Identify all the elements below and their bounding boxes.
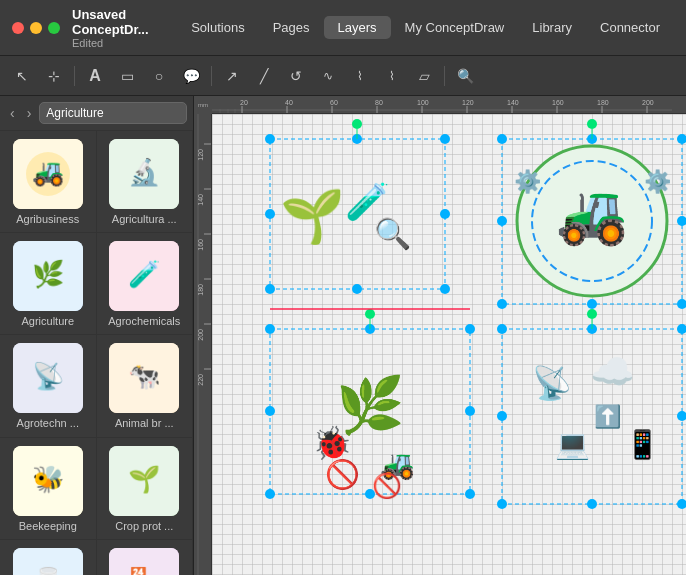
svg-text:80: 80: [375, 99, 383, 106]
transform-tool[interactable]: ⊹: [40, 62, 68, 90]
svg-text:⚙️: ⚙️: [514, 168, 542, 195]
sidebar-header: ‹ › Agriculture Animals Business Educati…: [0, 96, 193, 131]
close-button[interactable]: [12, 22, 24, 34]
svg-rect-46: [194, 114, 212, 575]
svg-text:180: 180: [197, 284, 204, 296]
svg-point-75: [497, 134, 507, 144]
sidebar-item-farmer-market[interactable]: 🏪 Farmer market: [97, 540, 194, 575]
canvas-grid[interactable]: 🌱 🧪 🔍 🚜 ⚙️: [212, 114, 686, 575]
search-tool[interactable]: 🔍: [451, 62, 479, 90]
svg-text:🌱: 🌱: [280, 185, 345, 247]
sidebar-item-beekeeping[interactable]: 🐝 Beekeeping: [0, 438, 97, 540]
animal-breeding-icon: 🐄: [109, 343, 179, 413]
sidebar-item-crop-protection[interactable]: 🌱 Crop prot ...: [97, 438, 194, 540]
sidebar-item-dairy-products[interactable]: 🥛 Dairy products: [0, 540, 97, 575]
svg-text:🌿: 🌿: [32, 258, 65, 290]
nav-layers[interactable]: Layers: [324, 16, 391, 39]
svg-point-61: [265, 134, 275, 144]
sidebar-forward-button[interactable]: ›: [23, 103, 36, 123]
svg-point-79: [587, 134, 597, 144]
nav-library[interactable]: Library: [518, 16, 586, 39]
category-dropdown[interactable]: Agriculture Animals Business Education: [39, 102, 187, 124]
spline-tool[interactable]: ⌇: [378, 62, 406, 90]
svg-text:⚙️: ⚙️: [644, 168, 672, 195]
svg-text:📡: 📡: [32, 360, 65, 392]
canvas-area[interactable]: mm 20 40 60 80 100: [194, 96, 686, 575]
svg-text:180: 180: [597, 99, 609, 106]
ellipse-tool[interactable]: ○: [145, 62, 173, 90]
sidebar-item-agricultural[interactable]: 🔬 Agricultura ...: [97, 131, 194, 233]
sidebar-item-agrochemicals[interactable]: 🧪 Agrochemicals: [97, 233, 194, 335]
svg-text:🚜: 🚜: [556, 180, 629, 249]
titlebar: Unsaved ConceptDr... Edited Solutions Pa…: [0, 0, 686, 56]
svg-text:💻: 💻: [555, 428, 590, 461]
agrotechnology-icon: 📡: [13, 343, 83, 413]
window-subtitle: Edited: [72, 37, 177, 49]
svg-point-86: [532, 161, 652, 281]
minimize-button[interactable]: [30, 22, 42, 34]
svg-point-111: [587, 324, 597, 334]
text-tool[interactable]: A: [81, 62, 109, 90]
nav-pages[interactable]: Pages: [259, 16, 324, 39]
svg-text:☁️: ☁️: [590, 350, 635, 393]
select-tool[interactable]: ↖: [8, 62, 36, 90]
sidebar-item-agribusiness[interactable]: 🚜 Agribusiness: [0, 131, 97, 233]
svg-point-97: [265, 406, 275, 416]
svg-text:🥛: 🥛: [32, 565, 65, 575]
shape-tool[interactable]: ▱: [410, 62, 438, 90]
svg-text:120: 120: [197, 149, 204, 161]
agrotechnology-label: Agrotechn ...: [17, 417, 79, 430]
sidebar: ‹ › Agriculture Animals Business Educati…: [0, 96, 194, 575]
sidebar-item-animal-breeding[interactable]: 🐄 Animal br ...: [97, 335, 194, 437]
bezier-tool[interactable]: ⌇: [346, 62, 374, 90]
svg-point-98: [465, 406, 475, 416]
svg-text:🏪: 🏪: [128, 565, 161, 575]
svg-point-64: [440, 284, 450, 294]
svg-rect-106: [502, 329, 682, 504]
svg-text:200: 200: [197, 329, 204, 341]
nav-myconceptdraw[interactable]: My ConceptDraw: [391, 16, 519, 39]
svg-point-63: [265, 284, 275, 294]
ruler-vertical: 120 140 160 180 200 220: [194, 114, 212, 575]
agrochemicals-label: Agrochemicals: [108, 315, 180, 328]
nav-solutions[interactable]: Solutions: [177, 16, 258, 39]
nav-menu: Solutions Pages Layers My ConceptDraw Li…: [177, 16, 674, 39]
svg-text:🌱: 🌱: [128, 463, 161, 495]
sidebar-item-agriculture[interactable]: 🌿 Agriculture: [0, 233, 97, 335]
nav-connector[interactable]: Connector: [586, 16, 674, 39]
farmer-market-icon: 🏪: [109, 548, 179, 575]
svg-point-78: [677, 299, 686, 309]
svg-point-114: [677, 411, 686, 421]
sidebar-grid: 🚜 Agribusiness 🔬 Agricultura ...: [0, 131, 193, 575]
beekeeping-icon: 🐝: [13, 446, 83, 516]
svg-text:100: 100: [417, 99, 429, 106]
agribusiness-label: Agribusiness: [16, 213, 79, 226]
rectangle-tool[interactable]: ▭: [113, 62, 141, 90]
svg-text:📡: 📡: [532, 364, 572, 402]
svg-text:140: 140: [197, 194, 204, 206]
svg-text:20: 20: [240, 99, 248, 106]
svg-point-92: [465, 324, 475, 334]
svg-rect-60: [270, 139, 445, 289]
svg-text:140: 140: [507, 99, 519, 106]
svg-point-76: [677, 134, 686, 144]
sidebar-item-agrotechnology[interactable]: 📡 Agrotechn ...: [0, 335, 97, 437]
svg-point-112: [587, 499, 597, 509]
sidebar-back-button[interactable]: ‹: [6, 103, 19, 123]
toolbar-separator-3: [444, 66, 445, 86]
dairy-products-icon: 🥛: [13, 548, 83, 575]
line-tool[interactable]: ╱: [250, 62, 278, 90]
crop-protection-label: Crop prot ...: [115, 520, 173, 533]
arc-tool[interactable]: ↺: [282, 62, 310, 90]
curve-tool[interactable]: ∿: [314, 62, 342, 90]
canvas-svg: 🌱 🧪 🔍 🚜 ⚙️: [212, 114, 686, 575]
svg-point-110: [677, 499, 686, 509]
maximize-button[interactable]: [48, 22, 60, 34]
svg-point-81: [497, 216, 507, 226]
svg-rect-90: [270, 329, 470, 494]
arrow-tool[interactable]: ↗: [218, 62, 246, 90]
svg-point-77: [497, 299, 507, 309]
bubble-tool[interactable]: 💬: [177, 62, 205, 90]
svg-point-108: [677, 324, 686, 334]
agrochemicals-icon: 🧪: [109, 241, 179, 311]
